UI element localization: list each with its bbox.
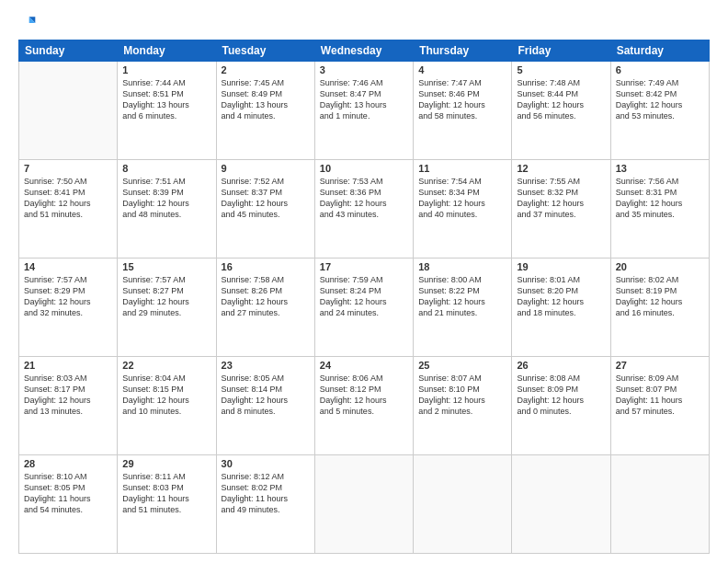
- day-number: 20: [616, 261, 704, 272]
- calendar-table: SundayMondayTuesdayWednesdayThursdayFrid…: [18, 40, 710, 554]
- calendar-cell: 23Sunrise: 8:05 AM Sunset: 8:14 PM Dayli…: [216, 357, 314, 455]
- cell-info: Sunrise: 7:45 AM Sunset: 8:49 PM Dayligh…: [222, 77, 310, 122]
- calendar-cell: 17Sunrise: 7:59 AM Sunset: 8:24 PM Dayli…: [314, 259, 413, 357]
- cell-info: Sunrise: 8:05 AM Sunset: 8:14 PM Dayligh…: [222, 373, 310, 418]
- cell-info: Sunrise: 7:57 AM Sunset: 8:27 PM Dayligh…: [122, 274, 210, 319]
- calendar-cell: 29Sunrise: 8:11 AM Sunset: 8:03 PM Dayli…: [118, 455, 216, 554]
- calendar-header-friday: Friday: [512, 40, 610, 62]
- calendar-cell: 2Sunrise: 7:45 AM Sunset: 8:49 PM Daylig…: [216, 62, 314, 160]
- day-number: 29: [122, 458, 210, 469]
- cell-info: Sunrise: 7:46 AM Sunset: 8:47 PM Dayligh…: [320, 77, 408, 122]
- calendar-week-row: 14Sunrise: 7:57 AM Sunset: 8:29 PM Dayli…: [19, 259, 710, 357]
- day-number: 27: [616, 360, 704, 371]
- day-number: 6: [616, 64, 704, 75]
- day-number: 21: [24, 360, 112, 371]
- calendar-cell: 10Sunrise: 7:53 AM Sunset: 8:36 PM Dayli…: [314, 160, 413, 259]
- cell-info: Sunrise: 7:52 AM Sunset: 8:37 PM Dayligh…: [222, 176, 310, 221]
- cell-info: Sunrise: 8:03 AM Sunset: 8:17 PM Dayligh…: [24, 373, 112, 418]
- cell-info: Sunrise: 8:06 AM Sunset: 8:12 PM Dayligh…: [320, 373, 408, 418]
- day-number: 8: [122, 163, 210, 174]
- cell-info: Sunrise: 7:44 AM Sunset: 8:51 PM Dayligh…: [122, 77, 210, 122]
- cell-info: Sunrise: 8:00 AM Sunset: 8:22 PM Dayligh…: [418, 274, 506, 319]
- calendar-cell: 19Sunrise: 8:01 AM Sunset: 8:20 PM Dayli…: [512, 259, 610, 357]
- day-number: 22: [122, 360, 210, 371]
- cell-info: Sunrise: 8:04 AM Sunset: 8:15 PM Dayligh…: [122, 373, 210, 418]
- header: [18, 14, 710, 32]
- day-number: 9: [222, 163, 310, 174]
- cell-info: Sunrise: 7:54 AM Sunset: 8:34 PM Dayligh…: [418, 176, 506, 221]
- calendar-header-saturday: Saturday: [610, 40, 709, 62]
- day-number: 24: [320, 360, 408, 371]
- page: SundayMondayTuesdayWednesdayThursdayFrid…: [0, 0, 728, 563]
- calendar-cell: 25Sunrise: 8:07 AM Sunset: 8:10 PM Dayli…: [414, 357, 512, 455]
- calendar-cell: 24Sunrise: 8:06 AM Sunset: 8:12 PM Dayli…: [314, 357, 413, 455]
- calendar-cell: 9Sunrise: 7:52 AM Sunset: 8:37 PM Daylig…: [216, 160, 314, 259]
- cell-info: Sunrise: 7:48 AM Sunset: 8:44 PM Dayligh…: [517, 77, 605, 122]
- logo-icon: [18, 14, 37, 32]
- cell-info: Sunrise: 8:02 AM Sunset: 8:19 PM Dayligh…: [616, 274, 704, 319]
- calendar-week-row: 1Sunrise: 7:44 AM Sunset: 8:51 PM Daylig…: [19, 62, 710, 160]
- calendar-header-sunday: Sunday: [19, 40, 118, 62]
- cell-info: Sunrise: 8:09 AM Sunset: 8:07 PM Dayligh…: [616, 373, 704, 418]
- day-number: 25: [418, 360, 506, 371]
- calendar-cell: 30Sunrise: 8:12 AM Sunset: 8:02 PM Dayli…: [216, 455, 314, 554]
- day-number: 3: [320, 64, 408, 75]
- calendar-cell: [414, 455, 512, 554]
- calendar-cell: 16Sunrise: 7:58 AM Sunset: 8:26 PM Dayli…: [216, 259, 314, 357]
- calendar-cell: 1Sunrise: 7:44 AM Sunset: 8:51 PM Daylig…: [118, 62, 216, 160]
- calendar-cell: 14Sunrise: 7:57 AM Sunset: 8:29 PM Dayli…: [19, 259, 118, 357]
- cell-info: Sunrise: 7:53 AM Sunset: 8:36 PM Dayligh…: [320, 176, 408, 221]
- calendar-cell: 27Sunrise: 8:09 AM Sunset: 8:07 PM Dayli…: [610, 357, 709, 455]
- calendar-cell: [610, 455, 709, 554]
- calendar-cell: 13Sunrise: 7:56 AM Sunset: 8:31 PM Dayli…: [610, 160, 709, 259]
- cell-info: Sunrise: 7:51 AM Sunset: 8:39 PM Dayligh…: [122, 176, 210, 221]
- cell-info: Sunrise: 7:55 AM Sunset: 8:32 PM Dayligh…: [517, 176, 605, 221]
- day-number: 28: [24, 458, 112, 469]
- day-number: 26: [517, 360, 605, 371]
- day-number: 2: [222, 64, 310, 75]
- day-number: 1: [122, 64, 210, 75]
- calendar-cell: 11Sunrise: 7:54 AM Sunset: 8:34 PM Dayli…: [414, 160, 512, 259]
- calendar-cell: [512, 455, 610, 554]
- calendar-cell: [19, 62, 118, 160]
- day-number: 5: [517, 64, 605, 75]
- cell-info: Sunrise: 8:11 AM Sunset: 8:03 PM Dayligh…: [122, 471, 210, 516]
- calendar-header-tuesday: Tuesday: [216, 40, 314, 62]
- day-number: 17: [320, 261, 408, 272]
- day-number: 16: [222, 261, 310, 272]
- calendar-header-monday: Monday: [118, 40, 216, 62]
- cell-info: Sunrise: 8:01 AM Sunset: 8:20 PM Dayligh…: [517, 274, 605, 319]
- calendar-cell: 28Sunrise: 8:10 AM Sunset: 8:05 PM Dayli…: [19, 455, 118, 554]
- cell-info: Sunrise: 7:47 AM Sunset: 8:46 PM Dayligh…: [418, 77, 506, 122]
- day-number: 14: [24, 261, 112, 272]
- day-number: 10: [320, 163, 408, 174]
- day-number: 4: [418, 64, 506, 75]
- cell-info: Sunrise: 8:08 AM Sunset: 8:09 PM Dayligh…: [517, 373, 605, 418]
- calendar-header-row: SundayMondayTuesdayWednesdayThursdayFrid…: [19, 40, 710, 62]
- calendar-week-row: 21Sunrise: 8:03 AM Sunset: 8:17 PM Dayli…: [19, 357, 710, 455]
- cell-info: Sunrise: 8:10 AM Sunset: 8:05 PM Dayligh…: [24, 471, 112, 516]
- cell-info: Sunrise: 7:56 AM Sunset: 8:31 PM Dayligh…: [616, 176, 704, 221]
- calendar-header-wednesday: Wednesday: [314, 40, 413, 62]
- day-number: 15: [122, 261, 210, 272]
- day-number: 18: [418, 261, 506, 272]
- cell-info: Sunrise: 8:12 AM Sunset: 8:02 PM Dayligh…: [222, 471, 310, 516]
- day-number: 19: [517, 261, 605, 272]
- cell-info: Sunrise: 7:59 AM Sunset: 8:24 PM Dayligh…: [320, 274, 408, 319]
- calendar-cell: 18Sunrise: 8:00 AM Sunset: 8:22 PM Dayli…: [414, 259, 512, 357]
- cell-info: Sunrise: 7:49 AM Sunset: 8:42 PM Dayligh…: [616, 77, 704, 122]
- calendar-week-row: 7Sunrise: 7:50 AM Sunset: 8:41 PM Daylig…: [19, 160, 710, 259]
- calendar-cell: 8Sunrise: 7:51 AM Sunset: 8:39 PM Daylig…: [118, 160, 216, 259]
- calendar-cell: 21Sunrise: 8:03 AM Sunset: 8:17 PM Dayli…: [19, 357, 118, 455]
- day-number: 7: [24, 163, 112, 174]
- calendar-cell: 26Sunrise: 8:08 AM Sunset: 8:09 PM Dayli…: [512, 357, 610, 455]
- day-number: 13: [616, 163, 704, 174]
- day-number: 30: [222, 458, 310, 469]
- logo: [18, 14, 40, 32]
- day-number: 12: [517, 163, 605, 174]
- calendar-cell: 6Sunrise: 7:49 AM Sunset: 8:42 PM Daylig…: [610, 62, 709, 160]
- calendar-cell: 22Sunrise: 8:04 AM Sunset: 8:15 PM Dayli…: [118, 357, 216, 455]
- calendar-cell: 7Sunrise: 7:50 AM Sunset: 8:41 PM Daylig…: [19, 160, 118, 259]
- cell-info: Sunrise: 8:07 AM Sunset: 8:10 PM Dayligh…: [418, 373, 506, 418]
- calendar-cell: 12Sunrise: 7:55 AM Sunset: 8:32 PM Dayli…: [512, 160, 610, 259]
